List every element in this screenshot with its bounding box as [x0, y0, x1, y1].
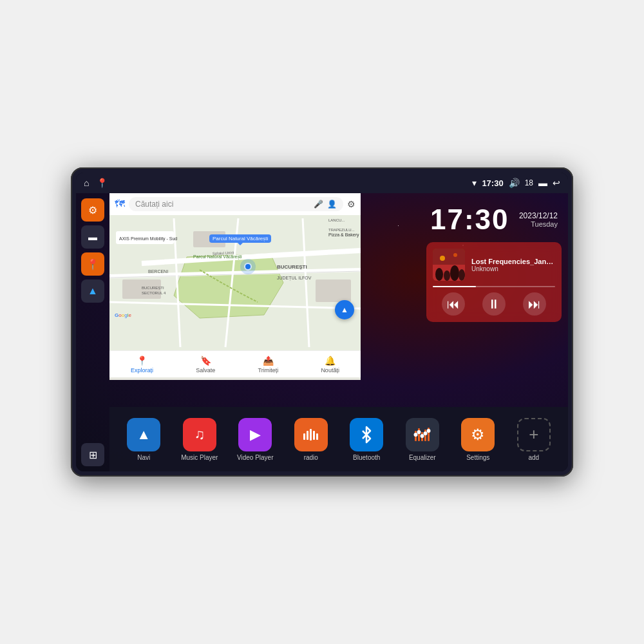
svg-point-46 — [423, 431, 427, 435]
navi-app[interactable]: ▲ Navi — [124, 418, 163, 461]
bluetooth-label: Bluetooth — [353, 454, 380, 461]
equalizer-app[interactable]: Equalizer — [403, 418, 442, 461]
map-share-btn[interactable]: 📤 Trimiteți — [258, 355, 279, 374]
status-time: 17:30 — [482, 178, 503, 188]
radio-app[interactable]: radio — [292, 418, 330, 461]
google-maps-icon: 🗺 — [115, 198, 125, 210]
prev-track-button[interactable]: ⏮ — [442, 292, 465, 316]
map-status-icon[interactable]: 📍 — [97, 178, 108, 188]
back-icon[interactable]: ↩ — [553, 178, 560, 188]
svg-point-27 — [435, 268, 443, 281]
svg-point-45 — [420, 434, 424, 438]
svg-rect-34 — [307, 431, 308, 440]
track-title: Lost Frequencies_Janie... — [471, 258, 555, 265]
map-body[interactable]: BERCENI BUCUREȘTI SECTORUL 4 BUCUREȘTI J… — [109, 215, 361, 350]
explore-icon: 📍 — [137, 355, 147, 366]
video-player-icon: ▶ — [238, 418, 272, 451]
next-track-button[interactable]: ⏭ — [523, 292, 546, 316]
svg-rect-36 — [313, 431, 315, 440]
track-artist: Unknown — [471, 265, 555, 272]
account-icon[interactable]: 👤 — [327, 200, 337, 209]
gear-icon: ⚙ — [471, 426, 485, 444]
svg-text:JUDEȚUL ILFOV: JUDEȚUL ILFOV — [277, 276, 312, 281]
svg-rect-37 — [316, 433, 318, 440]
sidebar-apps-btn[interactable]: ▬ — [81, 225, 104, 249]
video-player-app[interactable]: ▶ Video Player — [236, 418, 274, 461]
map-settings-icon[interactable]: ⚙ — [347, 199, 355, 209]
mic-icon[interactable]: 🎤 — [314, 200, 323, 209]
music-player-app[interactable]: ♫ Music Player — [180, 418, 219, 461]
music-text: Lost Frequencies_Janie... Unknown — [471, 258, 555, 272]
svg-point-47 — [426, 429, 430, 433]
bluetooth-app[interactable]: Bluetooth — [347, 418, 386, 461]
settings-app[interactable]: ⚙ Settings — [459, 418, 497, 461]
sidebar-map-btn[interactable]: 📍 — [81, 252, 104, 276]
grid-icon: ⊞ — [89, 449, 97, 461]
music-card: Lost Frequencies_Janie... Unknown ⏮ ⏸ — [426, 242, 562, 322]
map-explore-btn[interactable]: 📍 Explorați — [131, 355, 153, 374]
svg-point-31 — [440, 256, 445, 261]
map-news-btn[interactable]: 🔔 Noutăți — [321, 355, 339, 374]
radio-waveform-icon — [302, 426, 320, 444]
radio-icon-box — [294, 418, 328, 451]
google-logo: Google — [115, 312, 131, 318]
news-label: Noutăți — [321, 367, 339, 374]
video-player-label: Video Player — [237, 454, 274, 461]
nav-arrow-icon: ▲ — [88, 285, 98, 297]
home-status-icon[interactable]: ⌂ — [84, 178, 89, 188]
pause-icon: ⏸ — [488, 297, 500, 312]
app-dock: ▲ Navi ♫ Music Player ▶ Video Player — [109, 407, 568, 471]
status-right: ▾ 17:30 🔊 18 ▬ ↩ — [472, 178, 560, 188]
saved-icon: 🔖 — [200, 355, 211, 366]
radio-label: radio — [304, 454, 318, 461]
pause-button[interactable]: ⏸ — [482, 292, 506, 316]
music-progress-fill — [433, 286, 476, 287]
navigate-fab[interactable]: ▲ — [335, 300, 354, 319]
battery-level: 18 — [525, 178, 533, 187]
music-info: Lost Frequencies_Janie... Unknown — [433, 249, 555, 281]
apps-icon: ▬ — [88, 232, 97, 242]
volume-icon: 🔊 — [509, 178, 520, 188]
sidebar: ⚙ ▬ 📍 ▲ ⊞ — [76, 193, 109, 471]
saved-label: Salvate — [196, 367, 215, 374]
add-label: add — [528, 454, 539, 461]
play-icon: ▶ — [250, 426, 261, 443]
map-search-bar[interactable]: Căutați aici 🎤 👤 — [129, 197, 343, 211]
music-controls: ⏮ ⏸ ⏭ — [433, 292, 555, 316]
clock-date: 2023/12/12 — [519, 211, 558, 220]
svg-text:Pizza & Bakery: Pizza & Bakery — [328, 232, 359, 238]
sidebar-nav-btn[interactable]: ▲ — [81, 279, 104, 303]
plus-icon: + — [529, 424, 538, 444]
svg-point-28 — [444, 270, 450, 281]
svg-text:AXIS Premium Mobility - Sud: AXIS Premium Mobility - Sud — [119, 236, 177, 242]
status-left: ⌂ 📍 — [84, 178, 108, 188]
svg-point-29 — [450, 265, 459, 281]
star — [398, 225, 399, 226]
clock-weekday: Tuesday — [519, 220, 558, 228]
explore-label: Explorați — [131, 367, 153, 374]
album-art — [433, 249, 465, 281]
add-icon-box: + — [517, 418, 551, 451]
svg-text:BERCENI: BERCENI — [148, 269, 168, 274]
park-pin: Parcul Natural Văcărești — [209, 234, 271, 243]
navi-label: Navi — [137, 454, 150, 461]
clock-display: 17:30 — [430, 204, 509, 236]
next-icon: ⏭ — [528, 297, 541, 312]
battery-icon: ▬ — [538, 178, 547, 188]
music-player-label: Music Player — [181, 454, 218, 461]
svg-text:TRAPEZULU...: TRAPEZULU... — [328, 228, 355, 232]
map-saved-btn[interactable]: 🔖 Salvate — [196, 355, 215, 374]
map-header: 🗺 Căutați aici 🎤 👤 ⚙ — [109, 193, 361, 215]
sidebar-grid-btn[interactable]: ⊞ — [81, 443, 104, 466]
sidebar-settings-btn[interactable]: ⚙ — [81, 198, 104, 222]
equalizer-bars-icon — [413, 426, 431, 444]
add-app[interactable]: + add — [515, 418, 553, 461]
map-container: 🗺 Căutați aici 🎤 👤 ⚙ — [109, 193, 361, 380]
music-progress-bar[interactable] — [433, 286, 555, 287]
equalizer-label: Equalizer — [409, 454, 436, 461]
svg-text:BUCUREȘTI: BUCUREȘTI — [142, 286, 164, 290]
svg-text:SECTORUL 4: SECTORUL 4 — [142, 291, 166, 295]
svg-rect-9 — [316, 279, 351, 302]
device-screen: ⌂ 📍 ▾ 17:30 🔊 18 ▬ ↩ — [76, 173, 568, 471]
park-label: Parcul Natural Văcărești — [213, 236, 268, 242]
